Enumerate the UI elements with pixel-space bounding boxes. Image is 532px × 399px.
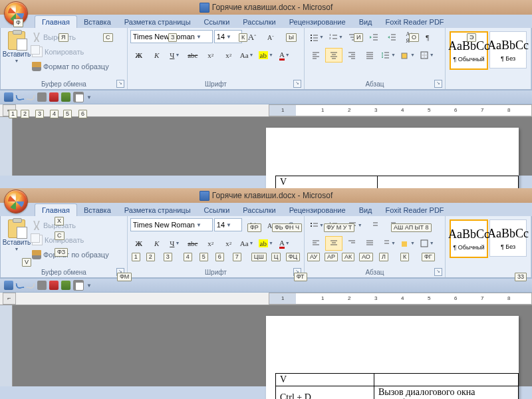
shading-button[interactable]: ▼ [398, 236, 417, 251]
tab-selector[interactable]: ⌐ [3, 293, 16, 305]
page[interactable]: V Ctrl + DВызов диалогового окна "Шрифт" [266, 316, 519, 399]
redo-icon[interactable] [26, 94, 35, 101]
para-launcher[interactable]: ↘ [434, 80, 442, 88]
borders-button[interactable]: ▼ [418, 236, 436, 251]
copy-button[interactable]: Копировать [32, 233, 109, 247]
change-case-button[interactable]: Aa▼ [238, 48, 256, 63]
tab-pagelayout[interactable]: Разметка страницы [118, 204, 198, 216]
italic-button[interactable]: К [148, 48, 166, 63]
bullets-button[interactable]: ▼ [307, 218, 326, 233]
format-painter-button[interactable]: Формат по образцу [32, 247, 109, 262]
underline-button[interactable]: Ч▼ [166, 236, 184, 251]
pdf-icon[interactable] [49, 92, 59, 102]
align-justify[interactable] [361, 48, 378, 63]
style-nospacing[interactable]: AaBbCc ¶ Без [489, 31, 527, 68]
tab-foxit[interactable]: Foxit Reader PDF [379, 16, 451, 28]
underline-button[interactable]: Ч▼ [166, 48, 184, 63]
style-nospacing[interactable]: AaBbCc ¶ Без [489, 219, 527, 257]
highlight-button[interactable]: ab▼ [257, 48, 275, 63]
font-color-button[interactable]: A▼ [276, 48, 293, 63]
horizontal-ruler[interactable]: 1 1 2 3 4 5 6 7 8 [269, 104, 532, 116]
redo-icon[interactable] [26, 282, 35, 289]
align-right[interactable] [343, 236, 360, 251]
pdf2-icon[interactable] [61, 92, 70, 102]
inc-indent-button[interactable] [383, 30, 400, 45]
table-cell[interactable]: Ctrl + D [276, 386, 374, 400]
pdf2-icon[interactable] [61, 281, 70, 290]
shading-button[interactable]: ▼ [398, 48, 417, 63]
align-center[interactable] [325, 48, 342, 63]
tab-references[interactable]: Ссылки [198, 204, 237, 216]
table-cell[interactable] [377, 176, 518, 189]
subscript-button[interactable]: x2 [202, 236, 219, 251]
subscript-button[interactable]: x2 [202, 48, 219, 63]
tab-references[interactable]: Ссылки [198, 16, 237, 28]
tab-pagelayout[interactable]: Разметка страницы [118, 16, 198, 28]
horizontal-ruler[interactable]: 1 1 2 3 4 5 6 7 8 [269, 293, 532, 305]
italic-button[interactable]: К [148, 236, 166, 251]
clipboard-launcher[interactable]: ↘ [116, 80, 124, 88]
tab-home[interactable]: Главная [35, 203, 77, 216]
tab-view[interactable]: Вид [352, 16, 379, 28]
highlight-button[interactable]: ab▼ [257, 236, 275, 251]
undo-icon[interactable] [15, 282, 24, 289]
align-center[interactable] [325, 236, 342, 251]
style-normal[interactable]: AaBbCc ¶ Обычный [450, 219, 488, 258]
print-icon[interactable] [37, 281, 47, 290]
paste-button[interactable]: Вставить ▼ [3, 30, 30, 79]
tab-insert[interactable]: Вставка [77, 204, 118, 216]
dec-indent-button[interactable] [365, 218, 382, 233]
align-left[interactable] [307, 236, 325, 251]
vertical-ruler[interactable] [0, 117, 13, 176]
dec-indent-button[interactable] [365, 30, 382, 45]
save-icon[interactable] [4, 92, 13, 102]
font-launcher[interactable]: ↘ [293, 80, 301, 88]
superscript-button[interactable]: x2 [220, 48, 237, 63]
office-button[interactable] [4, 190, 28, 213]
font-size-combo[interactable]: 14▼ [214, 30, 242, 43]
align-left[interactable] [307, 48, 325, 63]
strike-button[interactable]: abc [184, 48, 201, 63]
table-cell[interactable] [374, 374, 518, 386]
bold-button[interactable]: Ж [130, 48, 148, 63]
line-spacing[interactable]: ▼ [379, 236, 398, 251]
cut-button[interactable]: Вырезать [32, 30, 109, 45]
undo-icon[interactable] [15, 94, 24, 101]
tab-mailings[interactable]: Рассылки [236, 204, 282, 216]
superscript-button[interactable]: x2 [220, 236, 237, 251]
tab-review[interactable]: Рецензирование [283, 16, 352, 28]
table-cell[interactable]: V [276, 374, 374, 386]
font-size-combo[interactable]: 14▼ [214, 218, 242, 231]
table-icon[interactable] [73, 92, 84, 102]
change-case-button[interactable]: Aa▼ [238, 236, 256, 251]
table-cell[interactable]: Вызов диалогового окна "Шрифт" [374, 386, 518, 400]
tab-foxit[interactable]: Foxit Reader PDF [379, 204, 451, 216]
borders-button[interactable]: ▼ [418, 48, 436, 63]
align-right[interactable] [343, 48, 360, 63]
bullets-button[interactable]: ▼ [307, 30, 326, 45]
font-name-combo[interactable]: Times New Roman▼ [130, 218, 213, 231]
table-cell[interactable]: V [276, 176, 378, 189]
tab-view[interactable]: Вид [352, 204, 379, 216]
tab-insert[interactable]: Вставка [77, 16, 118, 28]
save-icon[interactable] [4, 281, 13, 290]
copy-button[interactable]: Копировать [32, 45, 109, 59]
para-launcher[interactable]: ↘ [434, 268, 442, 276]
font-color-button[interactable]: A▼ [276, 236, 293, 251]
align-justify[interactable] [361, 236, 378, 251]
tab-mailings[interactable]: Рассылки [236, 16, 282, 28]
numbering-button[interactable]: 12▼ [327, 30, 345, 45]
bold-button[interactable]: Ж [130, 236, 148, 251]
pdf-icon[interactable] [49, 281, 59, 290]
strike-button[interactable]: abc [184, 236, 201, 251]
vertical-ruler[interactable] [0, 305, 13, 386]
shrink-font[interactable]: Aˇ [262, 30, 279, 45]
cut-button[interactable]: Вырезать [32, 218, 109, 233]
print-icon[interactable] [37, 92, 47, 102]
show-marks-button[interactable]: ¶ [419, 30, 436, 45]
format-painter-button[interactable]: Формат по образцу [32, 59, 109, 74]
table-icon[interactable] [73, 280, 84, 291]
line-spacing[interactable]: ▼ [379, 48, 398, 63]
tab-home[interactable]: Главная [35, 15, 77, 28]
tab-review[interactable]: Рецензирование [283, 204, 352, 216]
